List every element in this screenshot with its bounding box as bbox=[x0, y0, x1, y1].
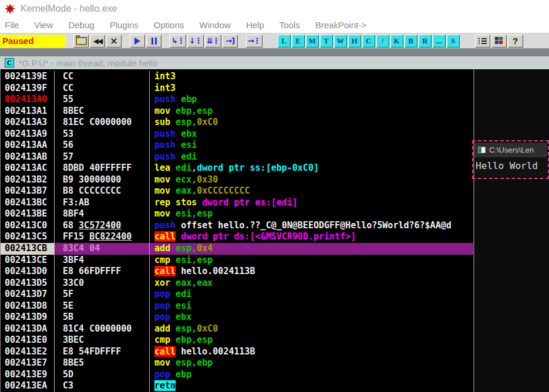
instruction-cell: pop esi bbox=[150, 300, 473, 312]
view-button-H[interactable]: H bbox=[348, 35, 361, 48]
menu-item-view[interactable]: View bbox=[26, 20, 60, 30]
disasm-row[interactable]: 002413D85Epop esi bbox=[1, 300, 473, 312]
menu-item-plugins[interactable]: Plugins bbox=[102, 20, 146, 30]
disasm-row[interactable]: 002413B7B8 CCCCCCCCmov eax,0xCCCCCCCC bbox=[1, 185, 473, 197]
console-window: C:\Users\Len Hello World bbox=[474, 143, 547, 177]
view-button-T[interactable]: T bbox=[320, 35, 333, 48]
view-button-L[interactable]: L bbox=[278, 35, 291, 48]
instruction-cell: mov eax,0xCCCCCCCC bbox=[150, 185, 473, 197]
folder-icon bbox=[76, 37, 87, 45]
address-cell: 002413B2 bbox=[1, 174, 55, 186]
disasm-row[interactable]: 002413EAC3retn bbox=[1, 380, 473, 392]
view-button-E[interactable]: E bbox=[292, 35, 305, 48]
menu-bar: FileViewDebugPluginsOptionsWindowHelpToo… bbox=[0, 17, 549, 33]
instruction-cell: push edi bbox=[150, 151, 473, 163]
disasm-row[interactable]: 002413A18BECmov ebp,esp bbox=[1, 106, 473, 117]
open-file-button[interactable] bbox=[73, 35, 89, 48]
instruction-cell: call hello.0024113B bbox=[150, 346, 473, 358]
disasm-row[interactable]: 002413C068 3C572400push offset hello.??_… bbox=[1, 220, 473, 232]
disasm-row[interactable]: 0024139ECCint3 bbox=[1, 71, 473, 83]
instruction-cell: mov esp,ebp bbox=[150, 357, 473, 369]
address-cell: 002413E0 bbox=[1, 334, 55, 346]
address-cell: 002413AC bbox=[1, 163, 55, 174]
disasm-row[interactable]: 002413C5FF15 BC822400call dword ptr ds:[… bbox=[1, 231, 473, 243]
run-to-cursor-button[interactable]: →] bbox=[223, 35, 238, 48]
disasm-rows: 0024139ECCint30024139FCCint3002413A055pu… bbox=[1, 71, 473, 392]
disasm-row[interactable]: 002413D95Bpop ebx bbox=[1, 312, 473, 323]
disasm-row[interactable]: 002413D533C0xor eax,eax bbox=[1, 278, 473, 289]
close-debuggee-button[interactable]: × bbox=[106, 35, 122, 48]
cpu-tab[interactable]: C *G.P.U* - main thread, module hello bbox=[0, 56, 549, 69]
view-button-dots[interactable]: ... bbox=[433, 35, 446, 48]
step-out-button[interactable]: ⇊⋮ bbox=[205, 35, 221, 48]
instruction-cell: pop ebp bbox=[150, 369, 473, 381]
step-out-icon: ⇊⋮ bbox=[207, 37, 220, 45]
view-button-C[interactable]: C bbox=[362, 35, 375, 48]
disasm-row[interactable]: 002413BCF3:ABrep stos dword ptr es:[edi] bbox=[1, 197, 473, 209]
disasm-row[interactable]: 002413DA81C4 C0000000add esp,0xC0 bbox=[1, 323, 473, 335]
menu-item-debug[interactable]: Debug bbox=[60, 20, 102, 30]
menu-item-tools[interactable]: Tools bbox=[272, 20, 308, 30]
disasm-row[interactable]: 002413AB57push edi bbox=[1, 151, 473, 163]
disasm-row[interactable]: 002413E78BE5mov esp,ebp bbox=[1, 357, 473, 369]
bytes-cell: E8 54FDFFFF bbox=[55, 346, 150, 358]
disasm-row[interactable]: 002413A381EC C0000000sub esp,0xC0 bbox=[1, 117, 473, 129]
disassembly-view[interactable]: 0024139ECCint30024139FCCint3002413A055pu… bbox=[0, 69, 473, 392]
view-button-R[interactable]: R bbox=[419, 35, 432, 48]
run-button[interactable] bbox=[130, 35, 145, 48]
console-output: Hello World bbox=[474, 157, 547, 177]
disasm-row[interactable]: 0024139FCCint3 bbox=[1, 83, 473, 94]
menu-item-help[interactable]: Help bbox=[238, 20, 272, 30]
bytes-cell: 5D bbox=[55, 369, 150, 381]
appearance-button[interactable] bbox=[491, 35, 507, 48]
disasm-row[interactable]: 002413A953push ebx bbox=[1, 129, 473, 140]
view-button-slash[interactable]: / bbox=[376, 35, 389, 48]
step-over-button[interactable]: ↓⋮ bbox=[187, 35, 204, 48]
view-button-W[interactable]: W bbox=[334, 35, 347, 48]
menu-item-file[interactable]: File bbox=[0, 20, 26, 30]
disasm-row[interactable]: 002413D0E8 66FDFFFFcall hello.0024113B bbox=[1, 266, 473, 278]
bytes-cell: 8DBD 40FFFFFF bbox=[55, 163, 150, 174]
bytes-cell: B8 CCCCCCCC bbox=[55, 185, 150, 197]
console-title-bar[interactable]: C:\Users\Len bbox=[474, 143, 547, 157]
address-cell: 002413C0 bbox=[1, 220, 55, 232]
instruction-cell: int3 bbox=[150, 83, 473, 94]
instruction-cell: mov esi,esp bbox=[150, 208, 473, 220]
disasm-row[interactable]: 002413B2B9 30000000mov ecx,0x30 bbox=[1, 174, 473, 186]
bytes-cell: 5B bbox=[55, 312, 150, 323]
restart-button[interactable]: ◀◀ bbox=[90, 35, 105, 48]
disasm-row[interactable]: 002413A055push ebp bbox=[1, 94, 473, 106]
play-icon bbox=[134, 38, 140, 45]
view-button-M[interactable]: M bbox=[306, 35, 319, 48]
instruction-cell: push ebp bbox=[150, 94, 473, 106]
step-into-button[interactable]: ↳⋮ bbox=[170, 35, 186, 48]
bytes-cell: 53 bbox=[55, 129, 150, 140]
menu-item-options[interactable]: Options bbox=[146, 20, 192, 30]
menu-item-breakpoint[interactable]: BreakPoint-> bbox=[308, 20, 374, 30]
instruction-cell: pop edi bbox=[150, 289, 473, 300]
disasm-row[interactable]: 002413AC8DBD 40FFFFFFlea edi,dword ptr s… bbox=[1, 163, 473, 174]
disasm-row[interactable]: 002413AA56push esi bbox=[1, 140, 473, 151]
disasm-row[interactable]: 002413BE8BF4mov esi,esp bbox=[1, 208, 473, 220]
disasm-row[interactable]: 002413E95Dpop ebp bbox=[1, 369, 473, 381]
disasm-row[interactable]: 002413CE3BF4cmp esi,esp bbox=[1, 255, 473, 266]
disasm-row[interactable]: 002413E2E8 54FDFFFFcall hello.0024113B bbox=[1, 346, 473, 358]
view-button-S[interactable]: S bbox=[447, 35, 460, 48]
bytes-cell: CC bbox=[55, 71, 150, 83]
disasm-row[interactable]: 002413E03BECcmp ebp,esp bbox=[1, 334, 473, 346]
instruction-cell: add esp,0xC0 bbox=[150, 323, 473, 335]
view-button-B[interactable]: B bbox=[405, 35, 417, 48]
view-button-K[interactable]: K bbox=[390, 35, 403, 48]
main-toolbar: Paused ◀◀ × ↳⋮ ↓⋮ ⇊⋮ →] →⋮ LEMTWHC/KBR..… bbox=[0, 33, 549, 49]
disasm-row[interactable]: 002413CB83C4 04add esp,0x4 bbox=[1, 243, 473, 255]
cpu-tab-label: *G.P.U* - main thread, module hello bbox=[19, 58, 158, 68]
disasm-row[interactable]: 002413D75Fpop edi bbox=[1, 289, 473, 300]
pause-button[interactable] bbox=[146, 35, 161, 48]
address-cell: 002413E7 bbox=[1, 357, 55, 369]
log-button[interactable] bbox=[475, 35, 490, 48]
address-cell: 002413CE bbox=[1, 255, 55, 266]
execute-till-return-button[interactable]: →⋮ bbox=[246, 35, 262, 48]
menu-item-window[interactable]: Window bbox=[192, 20, 238, 30]
view-letter-buttons: LEMTWHC/KBR...S bbox=[277, 35, 460, 48]
help-button[interactable]: ? bbox=[508, 35, 523, 48]
